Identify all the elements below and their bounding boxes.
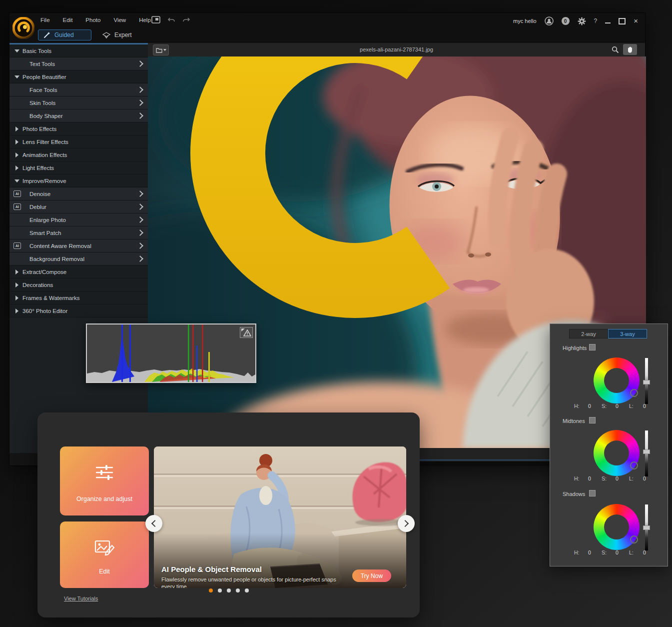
help-icon[interactable]: ?	[594, 18, 598, 24]
sidebar-item-smart-patch[interactable]: Smart Patch	[9, 226, 148, 240]
highlights-luminance-slider[interactable]	[645, 358, 648, 404]
avatar-icon[interactable]	[545, 16, 554, 26]
carousel-dot[interactable]	[218, 588, 222, 592]
sidebar-item-people-beautifier[interactable]: People Beautifier	[9, 70, 148, 84]
canvas-toolbar: pexels-ali-pazani-2787341.jpg	[148, 43, 645, 57]
carousel-dot[interactable]	[245, 588, 249, 592]
tab-guided-label: Guided	[54, 32, 74, 38]
chevron-right-icon	[137, 86, 143, 93]
highlights-hsl-values: H:0 S:0 L:0	[574, 403, 657, 409]
menu-file[interactable]: File	[40, 17, 50, 23]
carousel-next-button[interactable]	[398, 515, 415, 532]
ai-icon: AI	[13, 242, 21, 249]
sidebar-item-improve-remove[interactable]: Improve/Remove	[9, 174, 148, 188]
color-adjust-panel: 2-way 3-way Highlights H:0 S:0 L:0 Midto…	[550, 324, 668, 566]
view-tutorials-link[interactable]: View Tutorials	[64, 596, 98, 602]
sidebar-item-deblur[interactable]: AIDeblur	[9, 200, 148, 214]
shadows-label: Shadows	[563, 491, 585, 497]
sidebar-item-extract-compose[interactable]: Extract/Compose	[9, 266, 148, 278]
sidebar-item-text-tools[interactable]: Text Tools	[9, 58, 148, 70]
sidebar-item-enlarge-photo[interactable]: Enlarge Photo	[9, 214, 148, 226]
carousel-dot[interactable]	[227, 588, 231, 592]
layers-diamond-icon	[102, 32, 110, 38]
sidebar-item-frames-watermarks[interactable]: Frames & Watermarks	[9, 292, 148, 304]
slider-handle[interactable]	[643, 380, 650, 384]
promo-carousel[interactable]: AI People & Object Removal Flawlessly re…	[154, 446, 406, 588]
way-tabs: 2-way 3-way	[569, 329, 647, 338]
tools-sidebar: Basic Tools Text Tools People Beautifier…	[9, 43, 148, 453]
sidebar-item-360-photo-editor[interactable]: 360° Photo Editor	[9, 304, 148, 318]
menu-bar: File Edit Photo View Help	[40, 17, 151, 23]
menu-photo[interactable]: Photo	[85, 17, 100, 23]
organize-adjust-card[interactable]: Organize and adjust	[60, 446, 149, 516]
mode-tab-bar: Guided Expert	[9, 28, 645, 43]
wand-icon	[43, 32, 50, 38]
maximize-button[interactable]	[619, 18, 626, 24]
sidebar-item-face-tools[interactable]: Face Tools	[9, 84, 148, 96]
redo-icon[interactable]	[182, 17, 190, 23]
sidebar-item-denoise[interactable]: AIDenoise	[9, 188, 148, 200]
shadows-luminance-slider[interactable]	[645, 504, 648, 550]
carousel-dots	[37, 588, 420, 592]
chevron-left-icon	[151, 520, 158, 527]
shadows-hsl-values: H:0 S:0 L:0	[574, 550, 657, 556]
settings-gear-icon[interactable]	[578, 17, 586, 26]
carousel-prev-button[interactable]	[145, 515, 162, 532]
chevron-right-icon	[137, 256, 143, 262]
chevron-right-icon	[137, 112, 143, 119]
image-edit-icon	[94, 538, 115, 556]
chevron-right-icon	[137, 100, 143, 106]
shadows-checkbox[interactable]	[589, 490, 596, 496]
sidebar-item-animation-effects[interactable]: Animation Effects	[9, 148, 148, 162]
tab-2-way[interactable]: 2-way	[569, 329, 608, 338]
chevron-right-icon	[402, 520, 409, 527]
edit-card[interactable]: Edit	[60, 522, 149, 588]
tab-3-way[interactable]: 3-way	[608, 329, 647, 338]
tab-guided[interactable]: Guided	[38, 30, 91, 40]
sidebar-item-content-aware-removal[interactable]: AIContent Aware Removal	[9, 240, 148, 252]
banner-title: AI People & Object Removal	[161, 565, 262, 574]
sidebar-item-decorations[interactable]: Decorations	[9, 278, 148, 292]
ai-icon: AI	[13, 204, 21, 210]
pan-hand-tool-button[interactable]	[623, 44, 637, 55]
shadows-color-picker-icon[interactable]	[630, 536, 638, 544]
midtones-color-picker-icon[interactable]	[630, 462, 638, 470]
highlights-color-picker-icon[interactable]	[630, 389, 638, 397]
sidebar-item-basic-tools[interactable]: Basic Tools	[9, 44, 148, 58]
sidebar-item-skin-tools[interactable]: Skin Tools	[9, 96, 148, 110]
notification-badge[interactable]: 0	[562, 17, 570, 25]
slider-handle[interactable]	[643, 450, 650, 454]
sidebar-item-lens-filter-effects[interactable]: Lens Filter Effects	[9, 136, 148, 148]
view-mode-icon[interactable]	[151, 16, 160, 24]
menu-edit[interactable]: Edit	[63, 17, 73, 23]
chevron-right-icon	[137, 230, 143, 236]
midtones-hsl-values: H:0 S:0 L:0	[574, 476, 657, 482]
zoom-tool-button[interactable]	[609, 44, 621, 54]
sidebar-item-light-effects[interactable]: Light Effects	[9, 162, 148, 174]
undo-icon[interactable]	[167, 17, 175, 23]
welcome-promo-panel: Organize and adjust Edit	[37, 412, 420, 618]
chevron-right-icon	[137, 204, 143, 210]
menu-help[interactable]: Help	[139, 17, 151, 23]
organize-adjust-label: Organize and adjust	[76, 496, 132, 502]
sliders-icon	[94, 464, 114, 482]
highlights-checkbox[interactable]	[589, 344, 596, 350]
sidebar-item-photo-effects[interactable]: Photo Effects	[9, 122, 148, 136]
histogram-warning-icon[interactable]	[240, 327, 253, 338]
slider-handle[interactable]	[643, 526, 650, 530]
minimize-button[interactable]	[605, 22, 611, 24]
ai-icon: AI	[13, 190, 21, 197]
close-button[interactable]: ×	[634, 18, 638, 24]
sidebar-item-body-shaper[interactable]: Body Shaper	[9, 110, 148, 122]
carousel-dot[interactable]	[236, 588, 240, 592]
midtones-luminance-slider[interactable]	[645, 430, 648, 476]
menu-view[interactable]: View	[113, 17, 126, 23]
try-now-button[interactable]: Try Now	[352, 570, 391, 582]
sidebar-item-background-removal[interactable]: Background Removal	[9, 252, 148, 266]
tab-expert[interactable]: Expert	[102, 30, 132, 40]
chevron-right-icon	[137, 190, 143, 197]
midtones-checkbox[interactable]	[589, 417, 596, 424]
chevron-right-icon	[137, 242, 143, 249]
banner-description: Flawlessly remove unwanted people or obj…	[161, 576, 346, 588]
carousel-dot[interactable]	[209, 588, 213, 592]
